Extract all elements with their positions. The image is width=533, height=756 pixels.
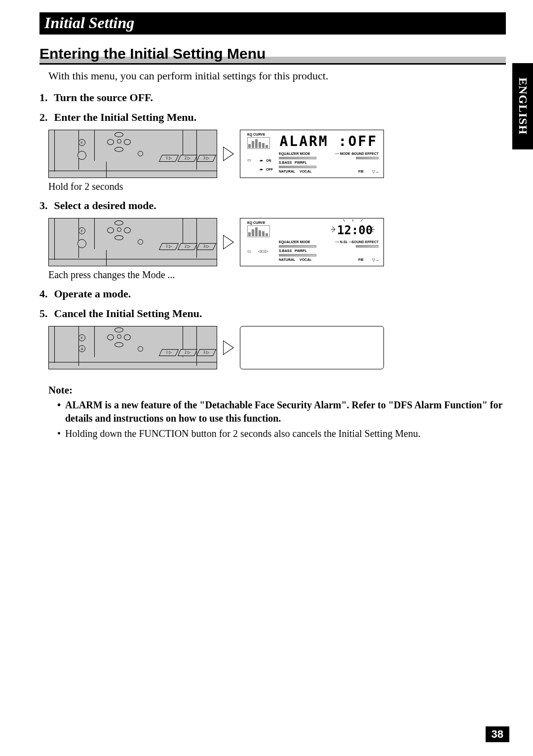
step-number: 3. <box>39 199 51 212</box>
preset-2-icon: 2 ▷ <box>180 244 195 250</box>
control-panel-illustration: F 1 ▷ 2 ▷ 3 ▷ <box>48 130 217 178</box>
step-number: 5. <box>39 307 51 320</box>
note-heading: Note: <box>48 384 506 396</box>
note-item: ALARM is a new feature of the "Detachabl… <box>57 398 506 425</box>
preset-1-icon: 1 ▷ <box>161 350 177 356</box>
clock-text: 12:00 <box>337 223 373 237</box>
right-arrow-icon <box>124 139 131 145</box>
diagram-row-3: F A 1 ▷ 2 ▷ 3 ▷ <box>48 326 506 369</box>
fie-icons: ▽ ⌣ <box>372 258 379 263</box>
down-arrow-icon <box>114 342 123 347</box>
step-5: 5. Cancel the Initial Setting Menu. <box>39 307 506 320</box>
f-button-icon: F <box>78 139 85 146</box>
small-button-icon <box>138 346 143 352</box>
vocal-label: VOCAL <box>300 170 312 173</box>
step-2: 2. Enter the Initial Setting Menu. <box>39 111 506 124</box>
right-arrow-icon <box>124 334 131 340</box>
clock-burst-icon: 12:00 <box>330 219 376 239</box>
note-item: Holding down the FUNCTION button for 2 s… <box>57 427 506 440</box>
eq-graph-icon <box>247 137 270 149</box>
right-arrow-icon <box>124 227 131 233</box>
sound-effect-label: SOUND EFFECT <box>352 240 379 244</box>
step-text: Turn the source OFF. <box>54 91 153 104</box>
arrow-icon <box>221 130 236 178</box>
diagram-row-2: F 1 ▷ 2 ▷ 3 ▷ EQ CURVE <box>48 218 506 266</box>
fie-icons: ▽ ⌣ <box>372 170 379 175</box>
fie-label: FIE <box>358 258 364 261</box>
control-panel-illustration: F 1 ▷ 2 ▷ 3 ▷ <box>48 218 217 266</box>
on-icon: ☁ <box>259 158 263 162</box>
small-button-icon <box>138 151 143 156</box>
pwrfl-label: PWRFL <box>295 161 307 164</box>
step-number: 1. <box>39 91 51 104</box>
off-label: OFF <box>266 168 273 171</box>
f-button-icon: F <box>78 227 85 234</box>
fie-label: FIE <box>358 170 364 173</box>
nsl-label: ···· N.SL ···· <box>335 240 352 244</box>
page-number: 38 <box>486 726 509 742</box>
center-dot-icon <box>117 334 121 339</box>
center-dot-icon <box>117 227 121 232</box>
center-dot-icon <box>117 139 121 144</box>
preset-3-icon: 3 ▷ <box>198 155 214 161</box>
step-text: Enter the Initial Setting Menu. <box>54 111 197 123</box>
down-arrow-icon <box>114 235 123 240</box>
knob-icon <box>77 239 86 248</box>
display-main-text: ALARM :OFF <box>279 133 378 149</box>
display-illustration-clock: EQ CURVE 12:00 EQUALIZER MODE ···· N.SL … <box>240 218 384 266</box>
sbass-label: S.BASS <box>279 161 292 164</box>
step-3: 3. Select a desired mode. <box>39 199 506 212</box>
equalizer-mode-label: EQUALIZER MODE <box>279 152 310 155</box>
sbass-label: S.BASS <box>279 249 292 252</box>
hold-caption: Hold for 2 seconds <box>48 181 506 192</box>
scan-left-icon: ◁▭▷ <box>258 249 268 253</box>
diagram-row-1: F 1 ▷ 2 ▷ 3 ▷ EQ CURVE ALARM :OFF EQUALI… <box>48 130 506 178</box>
pwrfl-label: PWRFL <box>295 249 307 252</box>
note-list: ALARM is a new feature of the "Detachabl… <box>57 398 506 440</box>
knob-icon <box>77 151 86 160</box>
up-arrow-icon <box>114 132 123 137</box>
up-arrow-icon <box>114 220 123 225</box>
loud-icon: ▭ <box>247 249 251 253</box>
left-arrow-icon <box>107 227 114 233</box>
step-text: Select a desired mode. <box>54 199 156 212</box>
natural-label: NATURAL <box>279 170 295 173</box>
up-arrow-icon <box>114 327 123 332</box>
preset-2-icon: 2 ▷ <box>180 350 195 356</box>
display-illustration-blank <box>240 326 384 369</box>
f-button-icon: F <box>78 334 85 341</box>
eq-graph-icon <box>247 225 270 237</box>
on-label: ON <box>266 159 271 162</box>
intro-text: With this menu, you can perform initial … <box>48 70 506 82</box>
step-1: 1. Turn the source OFF. <box>39 91 506 104</box>
preset-3-icon: 3 ▷ <box>198 244 214 250</box>
step-4: 4. Operate a mode. <box>39 288 506 300</box>
vocal-label: VOCAL <box>300 258 312 261</box>
natural-label: NATURAL <box>279 258 295 261</box>
preset-1-icon: 1 ▷ <box>161 155 177 161</box>
sound-effect-label: SOUND EFFECT <box>352 152 379 155</box>
a-button-icon: A <box>78 345 85 352</box>
step-text: Operate a mode. <box>54 288 131 300</box>
language-tab: ENGLISH <box>512 63 533 149</box>
down-arrow-icon <box>114 147 123 152</box>
preset-3-icon: 3 ▷ <box>198 350 214 356</box>
off-icon: ☁ <box>259 167 263 171</box>
arrow-icon <box>221 218 236 266</box>
preset-1-icon: 1 ▷ <box>161 244 177 250</box>
equalizer-mode-label: EQUALIZER MODE <box>279 240 310 244</box>
small-button-icon <box>138 239 143 245</box>
eq-curve-label: EQ CURVE <box>247 133 265 136</box>
arrow-icon <box>221 326 236 369</box>
step-number: 4. <box>39 288 51 300</box>
display-illustration-alarm: EQ CURVE ALARM :OFF EQUALIZER MODE ···· … <box>240 130 384 178</box>
left-arrow-icon <box>107 334 114 340</box>
left-arrow-icon <box>107 139 114 145</box>
each-press-caption: Each press changes the Mode ... <box>48 269 506 281</box>
preset-2-icon: 2 ▷ <box>180 155 195 161</box>
loud-icon: ▭ <box>247 158 251 162</box>
step-number: 2. <box>39 111 51 124</box>
control-panel-illustration: F A 1 ▷ 2 ▷ 3 ▷ <box>48 326 217 369</box>
step-text: Cancel the Initial Setting Menu. <box>54 307 202 320</box>
section-title: Entering the Initial Setting Menu <box>39 45 506 65</box>
